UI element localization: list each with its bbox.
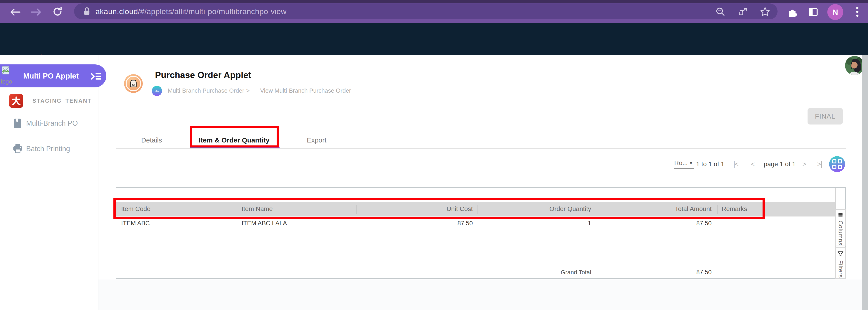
grid-view-button[interactable] [829,156,845,172]
browser-address-bar[interactable]: akaun.cloud/#/applets/allit/multi-po/mul… [74,3,778,19]
grand-total-row: Grand Total 87.50 [116,266,836,278]
lock-icon [82,7,91,17]
applet-icon [124,74,143,93]
browser-menu-icon[interactable] [854,6,861,18]
filter-funnel-icon [837,251,844,257]
row-range-label: 1 to 1 of 1 [696,161,724,168]
side-tab-columns-label: Columns [837,221,844,246]
browser-reload-button[interactable] [52,6,63,17]
side-panel-icon[interactable] [808,7,818,17]
grid-side-panel: Columns Filters [835,188,845,278]
side-tab-columns[interactable]: Columns [835,209,846,246]
sidebar-divider [98,55,98,310]
bookmark-star-icon[interactable] [760,6,771,17]
user-avatar[interactable] [845,56,864,75]
collapse-sidebar-icon[interactable] [90,71,102,82]
extensions-puzzle-icon[interactable] [787,7,797,17]
share-icon[interactable] [738,7,748,17]
applet-logo-alt-text: logo [1,78,12,85]
grid-icon [832,159,842,169]
chevron-down-icon: ▼ [689,160,693,167]
tenant-logo-icon[interactable] [9,94,23,108]
broken-image-icon [1,66,10,76]
grand-total-amount: 87.50 [696,266,712,278]
page-of-label: page 1 of 1 [764,161,796,168]
tenant-label[interactable]: STAGING_TENANT [32,94,92,108]
url-host: akaun.cloud [95,7,138,16]
sidebar-applet-banner[interactable]: logo Multi PO Applet [0,64,106,87]
prev-page-icon[interactable]: < [751,161,754,168]
breadcrumb-parent[interactable]: Multi-Branch Purchase Order-> [168,87,250,94]
profile-initial: N [833,8,838,17]
browser-window-edge [0,0,868,3]
grand-total-label: Grand Total [561,266,591,278]
first-page-icon[interactable]: |< [734,161,738,168]
browser-profile-badge[interactable]: N [827,4,843,20]
rows-per-page-value: Ro... [674,159,688,167]
app-header: akaun [0,23,868,55]
sidebar [0,55,98,310]
rows-per-page-select[interactable]: Ro... ▼ [674,159,694,169]
applet-icon-ring [126,76,141,91]
tab-bar-divider [116,148,846,149]
breadcrumb-current: View Multi-Branch Purchase Order [260,87,351,94]
side-tab-filters-label: Filters [837,260,844,278]
page-title: Purchase Order Applet [155,70,251,80]
page-scrollbar[interactable] [862,55,868,310]
side-tab-filters[interactable]: Filters [835,247,846,279]
sidebar-item-multi-branch-po[interactable]: Multi-Branch PO [26,119,78,128]
breadcrumb-back-button[interactable] [152,86,162,96]
sidebar-item-batch-printing[interactable]: Batch Printing [26,145,70,153]
last-page-icon[interactable]: >| [817,161,822,168]
pagination-bar: Ro... ▼ 1 to 1 of 1 |< < page 1 of 1 > >… [674,156,845,172]
url-text[interactable]: akaun.cloud/#/applets/allit/multi-po/mul… [95,3,287,19]
breadcrumb: Multi-Branch Purchase Order-> View Multi… [168,87,351,94]
annotation-box-active-tab [190,126,279,147]
zoom-out-icon[interactable] [715,7,725,17]
annotation-box-table-header [114,198,765,219]
browser-toolbar: akaun.cloud/#/applets/allit/multi-po/mul… [0,0,868,23]
columns-icon [837,213,844,217]
next-page-icon[interactable]: > [803,161,806,168]
page-bottom-band [98,280,862,310]
printer-icon [12,144,23,153]
applet-banner-label: Multi PO Applet [23,72,79,80]
url-path: /#/applets/allit/multi-po/multibranchpo-… [138,7,287,16]
browser-back-button[interactable] [9,8,21,17]
browser-forward-button[interactable] [30,8,42,17]
tab-export[interactable]: Export [307,136,327,147]
book-icon [13,118,23,129]
status-badge-final: FINAL [808,108,843,124]
tab-details[interactable]: Details [141,136,162,147]
